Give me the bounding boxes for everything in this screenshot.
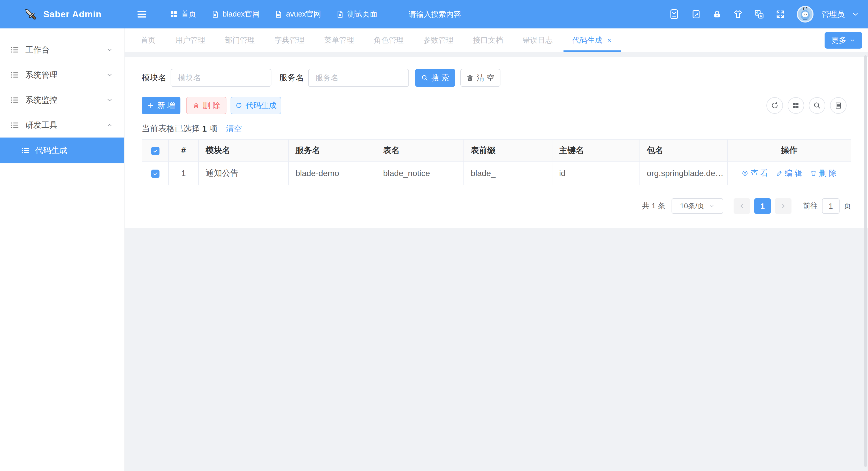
chevron-down-icon: [106, 72, 113, 78]
sidebar-item-label: 系统监控: [25, 95, 106, 105]
tab-item[interactable]: 接口文档: [463, 28, 513, 52]
chevron-down-icon: [849, 37, 856, 43]
clear-selection-link[interactable]: 清空: [226, 123, 242, 134]
service-name-input[interactable]: [308, 69, 409, 87]
search-button[interactable]: 搜 索: [415, 69, 455, 87]
column-header-table: 表名: [376, 139, 464, 161]
grid-icon: [170, 10, 178, 18]
module-name-input[interactable]: [170, 69, 271, 87]
search-icon: [421, 74, 428, 82]
tab-item[interactable]: 参数管理: [413, 28, 463, 52]
row-checkbox[interactable]: [151, 169, 159, 178]
fullscreen-icon[interactable]: [775, 9, 785, 19]
sidebar-item-label: 代码生成: [35, 145, 67, 156]
global-search-input[interactable]: [409, 10, 502, 19]
column-header-package: 包名: [640, 139, 727, 161]
service-name-label: 服务名: [279, 72, 304, 84]
selection-count: 1: [202, 124, 207, 134]
refresh-icon[interactable]: [767, 97, 783, 114]
cell-prefix: blade_: [464, 161, 552, 185]
sidebar: 工作台 系统管理: [0, 28, 125, 471]
trash-icon: [192, 102, 199, 109]
delete-link[interactable]: 删 除: [810, 168, 836, 179]
topnav-item-bladex[interactable]: bladex官网: [204, 0, 267, 28]
next-page-button[interactable]: [775, 198, 792, 214]
sidebar-item-label: 工作台: [25, 44, 106, 55]
scrollbar-thumb[interactable]: [864, 55, 867, 467]
code-gen-table: # 模块名 服务名 表名 表前缀 主键名 包名 操作: [142, 139, 851, 185]
cell-module: 通知公告: [198, 161, 288, 185]
pagination-total: 共 1 条: [642, 201, 665, 211]
prev-page-button[interactable]: [734, 198, 750, 214]
more-tabs-button[interactable]: 更多: [825, 32, 862, 49]
tab-item[interactable]: 字典管理: [265, 28, 314, 52]
user-avatar[interactable]: [797, 6, 814, 23]
page-number-current[interactable]: 1: [754, 198, 771, 214]
density-icon[interactable]: [830, 97, 846, 114]
topnav-item-label: 首页: [181, 9, 196, 20]
sidebar-item-label: 研发工具: [25, 120, 106, 130]
column-header-index: #: [168, 139, 198, 161]
column-settings-icon[interactable]: [787, 97, 804, 114]
column-header-service: 服务名: [288, 139, 376, 161]
sidebar-item-label: 系统管理: [25, 69, 106, 81]
page-size-select[interactable]: 10条/页: [672, 198, 723, 214]
list-icon: [10, 45, 19, 54]
code-generate-button[interactable]: 代码生成: [230, 97, 281, 114]
tab-item[interactable]: 用户管理: [165, 28, 215, 52]
selection-info: 当前表格已选择 1 项 清空: [142, 123, 851, 134]
theme-icon[interactable]: [733, 9, 743, 19]
select-all-checkbox[interactable]: [151, 147, 159, 155]
tab-item[interactable]: 角色管理: [364, 28, 413, 52]
tab-item[interactable]: 菜单管理: [314, 28, 364, 52]
list-icon: [10, 96, 19, 104]
topnav-item-avuex[interactable]: avuex官网: [267, 0, 328, 28]
close-icon[interactable]: [607, 37, 612, 43]
list-icon: [21, 146, 29, 155]
banner-toggle-icon[interactable]: [669, 7, 680, 22]
log-tool-icon[interactable]: [691, 9, 701, 19]
view-link[interactable]: 查 看: [742, 168, 768, 179]
lock-icon[interactable]: [712, 9, 722, 19]
sidebar-collapse-button[interactable]: [136, 9, 147, 20]
action-row: 新 增 删 除 代码生成: [142, 97, 851, 114]
topbar-actions: 中 A: [669, 6, 868, 23]
tab-item-active[interactable]: 代码生成: [562, 28, 622, 52]
chevron-down-icon: [106, 97, 113, 103]
user-menu-chevron-down-icon[interactable]: [851, 10, 859, 18]
topnav-item-label: avuex官网: [286, 9, 321, 20]
sidebar-item-system-mgmt[interactable]: 系统管理: [0, 62, 124, 87]
translate-icon[interactable]: 中 A: [754, 9, 764, 19]
column-header-pk: 主键名: [552, 139, 640, 161]
sidebar-item-code-generation[interactable]: 代码生成: [0, 137, 124, 163]
column-header-prefix: 表前缀: [464, 139, 552, 161]
sidebar-item-workbench[interactable]: 工作台: [0, 37, 124, 62]
topbar: Saber Admin 首页: [0, 0, 868, 28]
topnav-item-test-page[interactable]: 测试页面: [329, 0, 385, 28]
clear-button[interactable]: 清 空: [460, 69, 500, 87]
tab-item[interactable]: 错误日志: [513, 28, 562, 52]
chevron-down-icon: [106, 46, 113, 53]
app-logo: Saber Admin: [0, 0, 125, 28]
chevron-down-icon: [709, 203, 715, 209]
topnav-item-home[interactable]: 首页: [162, 0, 204, 28]
list-icon: [10, 70, 19, 80]
tab-item[interactable]: 首页: [131, 28, 165, 52]
sidebar-item-dev-tools[interactable]: 研发工具: [0, 113, 124, 137]
search-toggle-icon[interactable]: [809, 97, 825, 114]
column-header-actions: 操作: [727, 139, 851, 161]
delete-button[interactable]: 删 除: [186, 97, 226, 114]
column-header-module: 模块名: [198, 139, 288, 161]
table-row[interactable]: 1 通知公告 blade-demo blade_notice blade_ id…: [142, 161, 851, 185]
edit-link[interactable]: 编 辑: [776, 168, 802, 179]
goto-page-input[interactable]: [822, 198, 840, 214]
row-actions: 查 看 编 辑: [727, 168, 851, 179]
document-icon: [336, 10, 344, 18]
user-name[interactable]: 管理员: [822, 9, 845, 20]
tab-item[interactable]: 部门管理: [215, 28, 265, 52]
cell-table: blade_notice: [376, 161, 464, 185]
eye-icon: [742, 170, 748, 177]
sidebar-item-system-monitor[interactable]: 系统监控: [0, 87, 124, 113]
trash-icon: [466, 74, 473, 82]
add-button[interactable]: 新 增: [142, 97, 180, 114]
